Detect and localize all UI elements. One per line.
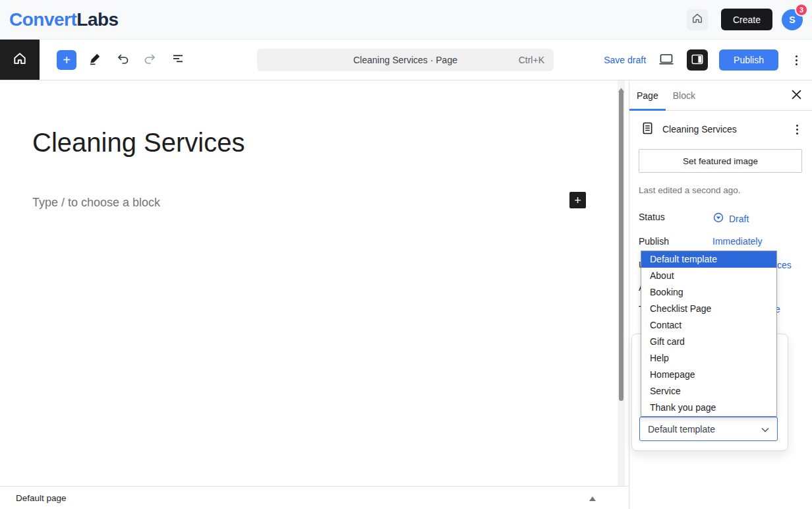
tab-page[interactable]: Page [629,80,666,111]
back-to-dashboard-button[interactable] [0,40,40,80]
canvas-scrollbar[interactable] [618,80,625,486]
scrollbar-thumb[interactable] [619,90,624,401]
preview-button[interactable] [657,51,676,69]
dropdown-option-help[interactable]: Help [641,350,776,367]
document-summary-row: Cleaning Services [629,111,812,148]
template-dropdown-list: Default template About Booking Checklist… [641,251,777,417]
sidebar-tabs: Page Block [629,80,812,111]
command-center[interactable]: Cleaning Services · Page Ctrl+K [257,49,554,71]
chevron-down-icon [761,423,769,435]
toolbar-left-group: + [57,50,187,70]
settings-sidebar: Page Block Cleaning Services Set feature… [629,80,812,509]
dropdown-option-contact[interactable]: Contact [641,317,776,334]
publish-label: Publish [639,236,669,247]
app-window: ConvertLabs Create S 3 + [0,0,812,509]
tab-block[interactable]: Block [666,80,703,111]
redo-button[interactable] [141,51,160,69]
logo-text-labs: Labs [76,9,118,30]
avatar-initial: S [789,15,795,25]
document-overview-button[interactable] [169,51,187,69]
pencil-icon [88,52,102,67]
command-center-label: Cleaning Services · Page [353,55,457,65]
dropdown-option-homepage[interactable]: Homepage [641,367,776,383]
metabox-title: Default page [16,493,67,503]
dropdown-option-gift-card[interactable]: Gift card [641,334,776,350]
set-featured-image-button[interactable]: Set featured image [639,149,802,173]
editor-canvas: Cleaning Services Type / to choose a blo… [0,80,629,486]
post-title-input[interactable]: Cleaning Services [32,127,585,158]
dropdown-option-thank-you-page[interactable]: Thank you page [641,400,776,416]
dropdown-option-checklist-page[interactable]: Checklist Page [641,301,776,317]
block-inserter-button[interactable]: + [57,50,76,70]
publish-value: Immediately [712,236,762,247]
plus-icon: + [574,195,581,206]
home-icon [691,13,703,26]
document-icon [642,122,653,137]
publish-row: Publish Immediately [639,236,803,249]
status-row: Status Draft [639,212,803,225]
command-center-shortcut: Ctrl+K [519,55,544,65]
plus-icon: + [63,53,71,67]
app-logo[interactable]: ConvertLabs [9,9,119,30]
sidebar-panel-icon [690,52,705,69]
metabox-collapse-toggle[interactable] [589,493,596,503]
document-title: Cleaning Services [662,124,790,135]
avatar[interactable]: S 3 [782,9,803,30]
publish-value-button[interactable]: Immediately [712,236,762,247]
publish-button[interactable]: Publish [719,49,778,71]
status-value: Draft [729,214,749,224]
last-edited-text: Last edited a second ago. [639,185,741,195]
triangle-up-icon [589,493,596,503]
topbar-actions: Create S 3 [687,9,803,30]
template-select[interactable]: Default template [639,417,778,441]
list-view-icon [171,52,185,67]
dropdown-option-booking[interactable]: Booking [641,284,776,301]
logo-text-convert: Convert [9,9,76,30]
undo-button[interactable] [113,51,132,69]
home-button[interactable] [687,9,708,30]
edit-tool-button[interactable] [86,51,104,69]
save-draft-button[interactable]: Save draft [604,55,646,65]
close-icon [792,90,801,102]
options-menu-button[interactable] [790,51,803,69]
home-icon [13,51,27,68]
dropdown-option-default-template[interactable]: Default template [641,251,776,268]
create-button[interactable]: Create [721,9,772,30]
editor-toolbar: + Cleaning [0,40,812,80]
dropdown-option-service[interactable]: Service [641,383,776,400]
redo-icon [143,51,158,68]
page-actions-menu-button[interactable] [790,120,803,138]
status-label: Status [639,212,665,222]
toolbar-right-group: Save draft Publish [604,40,803,80]
notification-badge: 3 [795,3,808,16]
dropdown-option-about[interactable]: About [641,268,776,284]
settings-sidebar-toggle[interactable] [687,49,708,71]
status-value-button[interactable]: Draft [712,212,749,225]
close-sidebar-button[interactable] [789,88,803,103]
template-select-value: Default template [648,424,761,434]
url-link-fragment[interactable]: ces [777,260,792,270]
draft-status-icon [712,212,724,225]
laptop-icon [658,52,674,69]
inline-block-inserter-button[interactable]: + [569,192,586,208]
empty-block-placeholder[interactable]: Type / to choose a block [32,194,585,211]
top-bar: ConvertLabs Create S 3 [0,0,812,40]
undo-icon [115,51,130,68]
metabox-footer: Default page [0,486,629,509]
